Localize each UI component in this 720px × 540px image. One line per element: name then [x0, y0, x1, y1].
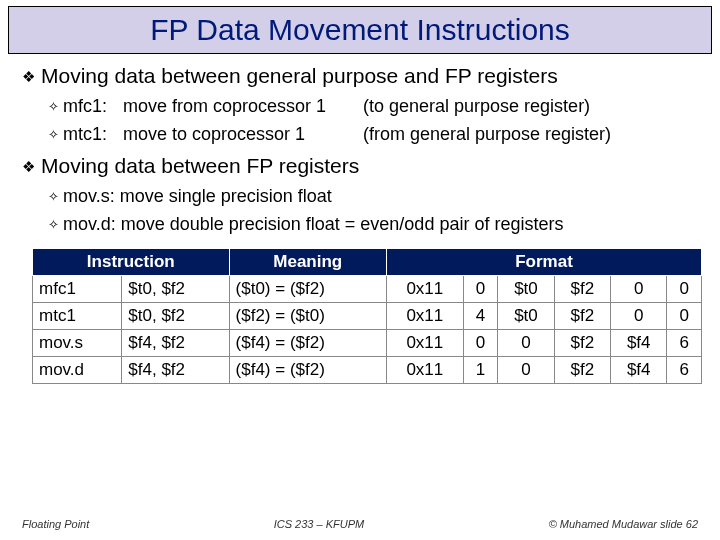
sub-bullet: ✧ mov.d: move double precision float = e… — [48, 214, 698, 236]
cell: mov.d — [33, 357, 122, 384]
cell: $f4, $f2 — [122, 330, 229, 357]
th-instruction: Instruction — [33, 249, 230, 276]
mnemonic: mtc1: — [63, 124, 123, 146]
sub-text: mov.d: move double precision float = eve… — [63, 214, 698, 236]
cell: 6 — [667, 330, 702, 357]
cell: 0x11 — [386, 330, 463, 357]
diamond-outline-icon: ✧ — [48, 96, 59, 118]
cell: $t0, $f2 — [122, 303, 229, 330]
cell: mfc1 — [33, 276, 122, 303]
diamond-icon: ❖ — [22, 154, 35, 180]
cell: ($t0) = ($f2) — [229, 276, 386, 303]
cell: $f4, $f2 — [122, 357, 229, 384]
cell: 4 — [463, 303, 498, 330]
cell: $f2 — [554, 330, 610, 357]
desc: move from coprocessor 1 — [123, 96, 363, 118]
sub-bullet: ✧ mfc1: move from coprocessor 1 (to gene… — [48, 96, 698, 118]
diamond-outline-icon: ✧ — [48, 214, 59, 236]
sub-text: mov.s: move single precision float — [63, 186, 698, 208]
slide-content: ❖ Moving data between general purpose an… — [0, 64, 720, 384]
table-row: mov.s$f4, $f2($f4) = ($f2)0x1100$f2$f46 — [33, 330, 702, 357]
bullet-1: ❖ Moving data between general purpose an… — [22, 64, 698, 90]
cell: $f2 — [554, 303, 610, 330]
page-title: FP Data Movement Instructions — [19, 13, 701, 47]
desc: move to coprocessor 1 — [123, 124, 363, 146]
cell: mov.s — [33, 330, 122, 357]
diamond-outline-icon: ✧ — [48, 186, 59, 208]
title-bar: FP Data Movement Instructions — [8, 6, 712, 54]
cell: 1 — [463, 357, 498, 384]
note: (from general purpose register) — [363, 124, 698, 146]
cell: 0x11 — [386, 357, 463, 384]
cell: $t0, $f2 — [122, 276, 229, 303]
diamond-icon: ❖ — [22, 64, 35, 90]
cell: $f2 — [554, 276, 610, 303]
cell: $f4 — [611, 330, 667, 357]
cell: $f2 — [554, 357, 610, 384]
cell: ($f4) = ($f2) — [229, 330, 386, 357]
cell: 0 — [667, 276, 702, 303]
table-row: mov.d$f4, $f2($f4) = ($f2)0x1110$f2$f46 — [33, 357, 702, 384]
cell: 0x11 — [386, 276, 463, 303]
sub-bullet: ✧ mtc1: move to coprocessor 1 (from gene… — [48, 124, 698, 146]
table-row: mfc1$t0, $f2($t0) = ($f2)0x110$t0$f200 — [33, 276, 702, 303]
table-body: mfc1$t0, $f2($t0) = ($f2)0x110$t0$f200mt… — [33, 276, 702, 384]
cell: ($f2) = ($t0) — [229, 303, 386, 330]
cell: 0 — [463, 276, 498, 303]
cell: mtc1 — [33, 303, 122, 330]
footer: Floating Point ICS 233 – KFUPM © Muhamed… — [0, 518, 720, 530]
cell: $t0 — [498, 276, 554, 303]
th-format: Format — [386, 249, 701, 276]
cell: 0x11 — [386, 303, 463, 330]
bullet-2: ❖ Moving data between FP registers — [22, 154, 698, 180]
cell: $f4 — [611, 357, 667, 384]
footer-right: © Muhamed Mudawar slide 62 — [549, 518, 698, 530]
cell: 0 — [498, 330, 554, 357]
footer-mid: ICS 233 – KFUPM — [274, 518, 364, 530]
footer-left: Floating Point — [22, 518, 89, 530]
table-header-row: Instruction Meaning Format — [33, 249, 702, 276]
bullet-2-text: Moving data between FP registers — [41, 154, 359, 178]
diamond-outline-icon: ✧ — [48, 124, 59, 146]
cell: ($f4) = ($f2) — [229, 357, 386, 384]
table-row: mtc1$t0, $f2($f2) = ($t0)0x114$t0$f200 — [33, 303, 702, 330]
instruction-table: Instruction Meaning Format mfc1$t0, $f2(… — [32, 248, 702, 384]
th-meaning: Meaning — [229, 249, 386, 276]
sub-bullet: ✧ mov.s: move single precision float — [48, 186, 698, 208]
cell: $t0 — [498, 303, 554, 330]
cell: 0 — [498, 357, 554, 384]
mnemonic: mfc1: — [63, 96, 123, 118]
cell: 0 — [611, 303, 667, 330]
cell: 0 — [463, 330, 498, 357]
note: (to general purpose register) — [363, 96, 698, 118]
bullet-1-text: Moving data between general purpose and … — [41, 64, 558, 88]
cell: 0 — [611, 276, 667, 303]
cell: 0 — [667, 303, 702, 330]
cell: 6 — [667, 357, 702, 384]
